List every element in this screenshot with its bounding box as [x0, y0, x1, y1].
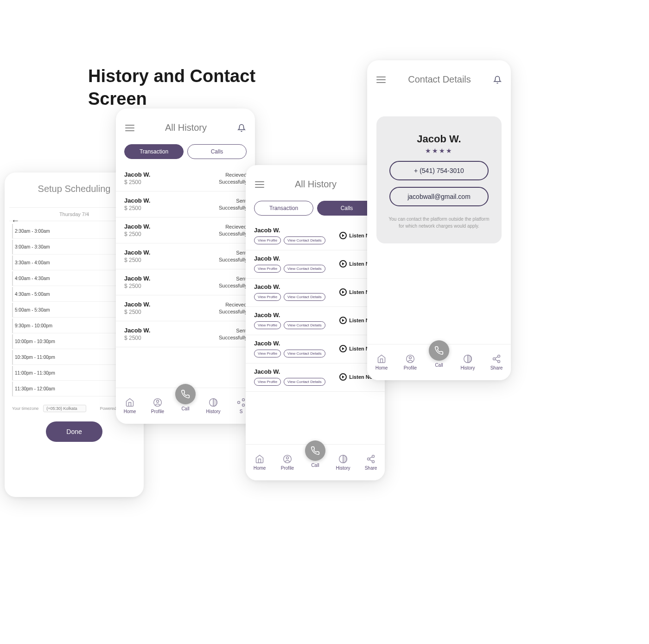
view-contact-button[interactable]: View Contact Details — [284, 236, 325, 244]
nav-home[interactable]: Home — [367, 354, 396, 370]
screen-history-transaction: All History Transaction Calls Jacob W.$ … — [116, 108, 255, 424]
nav-call[interactable]: Call — [172, 384, 199, 411]
nav-history[interactable]: History — [453, 354, 482, 370]
txn-amount: $ 2500 — [124, 231, 150, 237]
email-chip[interactable]: jacobwall@gmail.com — [389, 187, 489, 206]
nav-call[interactable]: Call — [301, 440, 329, 468]
nav-home[interactable]: Home — [246, 454, 274, 471]
txn-status: SentSuccessfully — [219, 249, 247, 263]
contact-name: Jacob W. — [386, 133, 492, 145]
bottom-nav: Home Profile Call History Share — [246, 444, 385, 480]
menu-icon[interactable] — [376, 77, 386, 83]
call-row: Jacob W.View ProfileView Contact Details… — [246, 250, 385, 279]
nav-profile[interactable]: Profile — [274, 454, 301, 471]
nav-share[interactable]: Share — [482, 354, 511, 370]
tab-transaction[interactable]: Transaction — [254, 201, 313, 216]
call-name: Jacob W. — [254, 312, 325, 319]
menu-icon[interactable] — [125, 125, 134, 131]
call-row: Jacob W.View ProfileView Contact Details… — [246, 335, 385, 363]
txn-name: Jacob W. — [124, 249, 150, 256]
tab-transaction[interactable]: Transaction — [124, 144, 184, 159]
nav-share[interactable]: Share — [357, 454, 385, 471]
home-icon — [255, 454, 264, 464]
page-heading: History and Contact Screen — [88, 65, 255, 111]
call-icon[interactable] — [305, 440, 325, 461]
transaction-row[interactable]: Jacob W.$ 2500SentSuccessfully — [116, 321, 255, 347]
nav-history[interactable]: History — [329, 454, 357, 471]
history-title: All History — [165, 122, 207, 133]
menu-icon[interactable] — [255, 181, 264, 188]
play-icon — [339, 260, 347, 268]
play-icon — [339, 232, 347, 239]
play-icon — [339, 317, 347, 324]
view-contact-button[interactable]: View Contact Details — [284, 350, 325, 357]
svg-point-1 — [157, 400, 159, 402]
history-icon — [463, 354, 472, 363]
txn-amount: $ 2500 — [124, 335, 150, 341]
txn-status: RecievedSuccessfully — [219, 223, 247, 237]
history-icon — [338, 454, 348, 464]
history-icon — [209, 398, 218, 407]
view-profile-button[interactable]: View Profile — [254, 236, 281, 244]
txn-name: Jacob W. — [124, 275, 150, 282]
call-name: Jacob W. — [254, 340, 325, 347]
view-profile-button[interactable]: View Profile — [254, 350, 281, 357]
view-profile-button[interactable]: View Profile — [254, 265, 281, 273]
call-name: Jacob W. — [254, 227, 325, 234]
txn-amount: $ 2500 — [124, 205, 150, 211]
call-row: Jacob W.View ProfileView Contact Details… — [246, 222, 385, 250]
call-icon[interactable] — [175, 384, 196, 404]
svg-point-7 — [286, 457, 289, 459]
view-profile-button[interactable]: View Profile — [254, 378, 281, 386]
txn-name: Jacob W. — [124, 223, 150, 230]
call-icon[interactable] — [429, 340, 449, 361]
transaction-row[interactable]: Jacob W.$ 2500RecievedSuccessfully — [116, 295, 255, 321]
phone-chip[interactable]: + (541) 754-3010 — [389, 161, 489, 180]
tab-calls[interactable]: Calls — [187, 144, 247, 159]
call-name: Jacob W. — [254, 368, 325, 375]
transaction-row[interactable]: Jacob W.$ 2500SentSuccessfully — [116, 243, 255, 269]
txn-status: SentSuccessfully — [219, 327, 247, 341]
svg-point-16 — [493, 358, 496, 360]
contact-card: Jacob W. ★★★★ + (541) 754-3010 jacobwall… — [376, 116, 502, 243]
bottom-nav: Home Profile Call History S — [116, 388, 255, 424]
bell-icon[interactable] — [237, 124, 246, 132]
history-title: All History — [295, 179, 337, 190]
done-button[interactable]: Done — [46, 421, 102, 442]
transaction-row[interactable]: Jacob W.$ 2500RecievedSuccessfully — [116, 166, 255, 191]
play-icon — [339, 288, 347, 296]
view-contact-button[interactable]: View Contact Details — [284, 378, 325, 386]
transaction-row[interactable]: Jacob W.$ 2500SentSuccessfully — [116, 191, 255, 217]
svg-point-5 — [242, 404, 245, 406]
bell-icon[interactable] — [493, 76, 502, 84]
nav-profile[interactable]: Profile — [396, 354, 425, 370]
timezone-label: Your timezone — [12, 406, 38, 411]
contact-title: Contact Details — [408, 74, 471, 85]
share-icon — [366, 454, 375, 464]
share-icon — [236, 398, 246, 407]
rating-stars: ★★★★ — [386, 147, 492, 154]
timezone-select[interactable]: (+05:30) Kolkata — [43, 405, 86, 412]
view-contact-button[interactable]: View Contact Details — [284, 321, 325, 329]
nav-call[interactable]: Call — [425, 340, 453, 368]
back-arrow-icon[interactable]: ← — [11, 216, 19, 226]
nav-profile[interactable]: Profile — [144, 398, 172, 414]
svg-point-15 — [498, 355, 500, 357]
call-row: Jacob W.View ProfileView Contact Details… — [246, 307, 385, 335]
txn-status: SentSuccessfully — [219, 275, 247, 289]
txn-status: SentSuccessfully — [219, 198, 247, 211]
view-contact-button[interactable]: View Contact Details — [284, 265, 325, 273]
nav-home[interactable]: Home — [116, 398, 144, 414]
view-profile-button[interactable]: View Profile — [254, 321, 281, 329]
profile-icon — [283, 454, 292, 464]
bottom-nav: Home Profile Call History Share — [367, 344, 511, 380]
nav-history[interactable]: History — [199, 398, 227, 414]
txn-name: Jacob W. — [124, 171, 150, 178]
transaction-row[interactable]: Jacob W.$ 2500SentSuccessfully — [116, 269, 255, 295]
screen-contact-details: Contact Details Jacob W. ★★★★ + (541) 75… — [367, 60, 511, 380]
view-profile-button[interactable]: View Profile — [254, 293, 281, 301]
call-name: Jacob W. — [254, 283, 325, 290]
transaction-row[interactable]: Jacob W.$ 2500RecievedSuccessfully — [116, 217, 255, 243]
view-contact-button[interactable]: View Contact Details — [284, 293, 325, 301]
txn-amount: $ 2500 — [124, 309, 150, 315]
